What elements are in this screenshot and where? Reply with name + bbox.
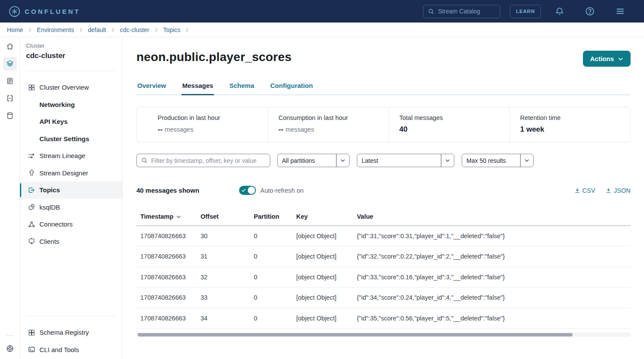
sidebar-item-label: ksqlDB xyxy=(39,204,60,211)
hamburger-menu-icon[interactable] xyxy=(605,6,635,16)
sidebar-item-stream-lineage[interactable]: Stream Lineage xyxy=(20,147,122,165)
stat-value: --messages xyxy=(278,125,388,134)
sidebar-item-label: Schema Registry xyxy=(39,329,89,336)
sidebar-item-label: Clients xyxy=(39,238,59,245)
home-icon[interactable] xyxy=(3,39,17,53)
environment-brackets-icon[interactable] xyxy=(3,91,17,105)
breadcrumb-default[interactable]: default xyxy=(88,26,106,33)
sidebar-item-cli-and-tools[interactable]: CLI and Tools xyxy=(20,341,122,359)
sidebar-item-stream-designer[interactable]: Stream Designer xyxy=(20,165,122,182)
horizontal-scrollbar-thumb[interactable] xyxy=(138,333,573,336)
tab-configuration[interactable]: Configuration xyxy=(269,82,314,95)
actions-button-label: Actions xyxy=(590,55,614,62)
search-icon xyxy=(428,8,434,15)
layers-cluster-icon[interactable] xyxy=(3,57,17,71)
download-csv-link[interactable]: CSV xyxy=(574,187,595,194)
stream-designer-icon xyxy=(28,169,36,177)
tab-schema[interactable]: Schema xyxy=(228,82,255,95)
help-icon[interactable] xyxy=(575,6,605,16)
sidebar-item-schema-registry[interactable]: Schema Registry xyxy=(20,324,122,341)
messages-table: TimestampOffsetPartitionKeyValue 1708740… xyxy=(136,208,631,329)
download-csv-label: CSV xyxy=(583,187,595,194)
breadcrumb-cdc-cluster[interactable]: cdc-cluster xyxy=(120,26,149,33)
sidebar-item-label: Cluster Overview xyxy=(39,84,89,91)
cluster-label: Cluster xyxy=(20,42,122,49)
connectors-icon xyxy=(28,220,36,228)
message-row[interactable]: 1708740826663300[object Object]{"id":31,… xyxy=(136,226,631,246)
grid-icon xyxy=(28,84,36,91)
cell-partition: 0 xyxy=(250,226,293,246)
document-icon[interactable] xyxy=(3,74,17,88)
stat-label: Total messages xyxy=(399,114,509,121)
tab-overview[interactable]: Overview xyxy=(136,82,167,95)
chevron-down-icon xyxy=(520,154,533,167)
stat-label: Production in last hour xyxy=(158,114,268,121)
sidebar-item-networking[interactable]: Networking xyxy=(20,96,122,113)
database-icon[interactable] xyxy=(3,109,17,123)
chevron-down-icon xyxy=(618,56,624,62)
messages-status-row: 40 messages shown Auto-refresh on CSV xyxy=(136,186,631,195)
sidebar-divider xyxy=(26,71,116,71)
horizontal-scrollbar[interactable] xyxy=(136,333,631,337)
cell-offset: 32 xyxy=(197,267,250,288)
stat-suffix: messages xyxy=(285,126,314,133)
sidebar-item-api-keys[interactable]: API Keys xyxy=(20,113,122,130)
stream-lineage-icon xyxy=(28,152,36,160)
message-row[interactable]: 1708740826663310[object Object]{"id":32,… xyxy=(136,246,631,267)
stream-catalog-search-input[interactable]: Stream Catalog xyxy=(423,5,500,18)
breadcrumb-topics[interactable]: Topics xyxy=(163,26,181,33)
message-row[interactable]: 1708740826663320[object Object]{"id":33,… xyxy=(136,267,631,288)
column-header-key[interactable]: Key xyxy=(293,208,353,226)
topic-stats-bar: Production in last hour--messagesConsump… xyxy=(136,107,631,142)
column-header-offset[interactable]: Offset xyxy=(197,208,250,226)
actions-button[interactable]: Actions xyxy=(583,51,631,67)
column-header-partition[interactable]: Partition xyxy=(250,208,293,226)
cell-value: {"id":35,"score":0.56,"player_id":5,"__d… xyxy=(353,308,631,329)
stat-consumption-in-last-hour: Consumption in last hour--messages xyxy=(268,107,388,142)
cell-timestamp: 1708740826663 xyxy=(136,267,197,288)
sidebar-item-cluster-overview[interactable]: Cluster Overview xyxy=(20,79,122,96)
sidebar-item-ksqldb[interactable]: ksqlDB xyxy=(20,199,122,216)
message-filters: Filter by timestamp, offset, key or valu… xyxy=(136,154,631,167)
partitions-select[interactable]: All partitions xyxy=(277,154,350,167)
stat-retention-time: Retention time1 week xyxy=(509,107,630,142)
rail-divider xyxy=(6,335,14,336)
icon-rail xyxy=(0,37,20,359)
sidebar-menu: Cluster OverviewNetworkingAPI KeysCluste… xyxy=(20,79,122,250)
sidebar-item-clients[interactable]: Clients xyxy=(20,233,122,250)
auto-refresh-toggle[interactable] xyxy=(239,186,256,195)
chevron-right-icon xyxy=(154,27,159,32)
tab-messages[interactable]: Messages xyxy=(181,82,214,95)
page-title: neon.public.player_scores xyxy=(136,50,291,64)
message-filter-input[interactable]: Filter by timestamp, offset, key or valu… xyxy=(136,154,270,167)
download-json-link[interactable]: JSON xyxy=(605,187,631,194)
stream-catalog-placeholder: Stream Catalog xyxy=(438,8,480,15)
sidebar-item-connectors[interactable]: Connectors xyxy=(20,216,122,233)
cell-partition: 0 xyxy=(250,267,293,288)
toggle-knob xyxy=(248,187,255,194)
message-row[interactable]: 1708740826663330[object Object]{"id":34,… xyxy=(136,288,631,308)
notifications-bell-icon[interactable] xyxy=(544,6,575,16)
sidebar-item-label: Cluster Settings xyxy=(39,135,89,142)
sidebar-item-topics[interactable]: Topics xyxy=(20,181,122,199)
confluent-logo-icon xyxy=(9,6,20,17)
sort-chevron-down-icon[interactable] xyxy=(176,214,181,220)
ksqldb-rocket-icon xyxy=(28,203,36,211)
result-limit-select[interactable]: Max 50 results xyxy=(462,154,534,167)
search-icon xyxy=(141,157,148,164)
sidebar-item-cluster-settings[interactable]: Cluster Settings xyxy=(20,130,122,148)
cell-key: [object Object] xyxy=(293,288,353,308)
confluent-logo[interactable]: CONFLUENT xyxy=(9,6,81,17)
breadcrumb-environments[interactable]: Environments xyxy=(37,26,74,33)
cell-offset: 34 xyxy=(197,308,250,329)
cell-value: {"id":32,"score":0.22,"player_id":2,"__d… xyxy=(353,246,631,267)
globe-support-icon[interactable] xyxy=(3,342,17,356)
message-order-select[interactable]: Latest xyxy=(357,154,454,167)
learn-button[interactable]: LEARN xyxy=(510,5,541,18)
column-header-value[interactable]: Value xyxy=(353,208,631,226)
chevron-down-icon xyxy=(336,154,349,167)
message-row[interactable]: 1708740826663340[object Object]{"id":35,… xyxy=(136,308,631,329)
column-header-timestamp[interactable]: Timestamp xyxy=(136,208,197,226)
breadcrumb-home[interactable]: Home xyxy=(7,26,23,33)
cell-key: [object Object] xyxy=(293,308,353,329)
